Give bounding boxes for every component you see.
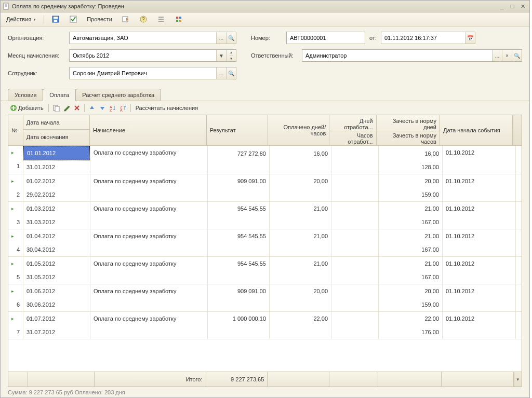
cell-result[interactable]: 1 000 000,10 [208, 312, 269, 325]
cell-norm-hours[interactable]: 128,00 [379, 160, 442, 174]
cell-date-end[interactable]: 31.05.2012 [23, 270, 90, 284]
cell-nach[interactable]: Оплата по среднему заработку [90, 146, 207, 159]
cell-norm-days[interactable]: 22,00 [379, 312, 442, 325]
org-select-button[interactable]: ... [216, 32, 226, 44]
cell-norm-days[interactable]: 20,00 [379, 174, 442, 188]
sort-desc-icon-button[interactable]: ZA [118, 103, 128, 113]
cell-event[interactable]: 01.10.2012 [443, 146, 515, 159]
sort-asc-icon-button[interactable]: AZ [108, 103, 117, 113]
cell-norm-hours[interactable]: 176,00 [379, 325, 442, 339]
resp-select-button[interactable]: ... [492, 50, 502, 61]
num-input[interactable] [287, 32, 365, 44]
resp-clear-button[interactable]: × [502, 50, 512, 61]
cell-paid[interactable]: 21,00 [270, 229, 331, 243]
cell-event[interactable]: 01.10.2012 [443, 174, 515, 188]
cell-paid[interactable]: 20,00 [270, 284, 331, 298]
cell-nach[interactable]: Оплата по среднему заработку [90, 174, 207, 188]
scroll-down-button[interactable]: ▼ [514, 372, 522, 387]
cell-date-end[interactable]: 30.06.2012 [23, 298, 90, 311]
table-row[interactable]: ▸301.03.201231.03.2012Оплата по среднему… [8, 202, 522, 229]
cell-nach[interactable]: Оплата по среднему заработку [90, 229, 207, 243]
cell-result[interactable]: 954 545,55 [208, 202, 269, 215]
calc-button[interactable]: Рассчитать начисления [134, 103, 201, 113]
resp-input[interactable] [302, 50, 492, 61]
month-spinner[interactable]: ▲ ▼ [226, 50, 236, 61]
post-ok-icon-button[interactable] [65, 13, 81, 25]
save-icon-button[interactable] [48, 13, 63, 25]
header-event[interactable]: Дата начала события [440, 115, 513, 145]
cell-norm-days[interactable]: 21,00 [379, 257, 442, 270]
move-down-icon-button[interactable] [98, 103, 107, 113]
header-dates[interactable]: Дата начала Дата окончания [23, 115, 90, 145]
cell-norm-hours[interactable]: 167,00 [379, 243, 442, 256]
cell-date-start[interactable]: 01.07.2012 [23, 312, 90, 325]
emp-input[interactable] [70, 67, 216, 79]
minimize-button[interactable]: _ [497, 2, 507, 10]
cell-norm-days[interactable]: 16,00 [379, 147, 442, 160]
cell-date-start[interactable]: 01.01.2012 [23, 146, 90, 160]
month-input[interactable] [70, 50, 216, 61]
grid-body[interactable]: ▸101.01.201231.01.2012Оплата по среднему… [8, 146, 522, 372]
cell-date-end[interactable]: 29.02.2012 [23, 188, 90, 201]
cell-nach[interactable]: Оплата по среднему заработку [90, 257, 207, 270]
table-row[interactable]: ▸501.05.201231.05.2012Оплата по среднему… [8, 257, 522, 284]
cell-norm-days[interactable]: 20,00 [379, 284, 442, 298]
cell-date-start[interactable]: 01.03.2012 [23, 202, 90, 215]
go-icon-button[interactable] [118, 13, 134, 25]
table-row[interactable]: ▸201.02.201229.02.2012Оплата по среднему… [8, 174, 522, 202]
table-row[interactable]: ▸101.01.201231.01.2012Оплата по среднему… [8, 146, 522, 174]
cell-norm-days[interactable]: 21,00 [379, 202, 442, 215]
add-button[interactable]: Добавить [8, 103, 46, 113]
date-input[interactable] [381, 32, 465, 44]
header-norm[interactable]: Зачесть в норму дней Зачесть в норму час… [377, 115, 440, 145]
list-icon-button[interactable] [153, 13, 169, 25]
cell-date-end[interactable]: 31.03.2012 [23, 215, 90, 229]
cell-norm-hours[interactable]: 167,00 [379, 270, 442, 284]
emp-search-button[interactable]: 🔍 [226, 67, 236, 79]
cell-date-end[interactable]: 31.07.2012 [23, 325, 90, 339]
cell-event[interactable]: 01.10.2012 [443, 312, 515, 325]
cell-result[interactable]: 909 091,00 [208, 284, 269, 298]
cell-paid[interactable]: 21,00 [270, 202, 331, 215]
cell-event[interactable]: 01.10.2012 [443, 202, 515, 215]
cell-date-start[interactable]: 01.05.2012 [23, 257, 90, 270]
table-row[interactable]: ▸401.04.201230.04.2012Оплата по среднему… [8, 229, 522, 257]
cell-norm-hours[interactable]: 167,00 [379, 215, 442, 229]
cell-norm-days[interactable]: 21,00 [379, 229, 442, 243]
resp-search-button[interactable]: 🔍 [512, 50, 522, 61]
header-paid[interactable]: Оплачено дней/часов [268, 115, 329, 145]
cell-date-end[interactable]: 31.01.2012 [23, 160, 90, 174]
cell-result[interactable]: 954 545,55 [208, 229, 269, 243]
help-icon-button[interactable]: ? [136, 13, 151, 25]
cell-paid[interactable]: 20,00 [270, 174, 331, 188]
header-num[interactable]: № [8, 115, 23, 145]
cell-event[interactable]: 01.10.2012 [443, 284, 515, 298]
cell-date-start[interactable]: 01.06.2012 [23, 284, 90, 298]
close-button[interactable]: ✕ [518, 2, 527, 10]
cell-nach[interactable]: Оплата по среднему заработку [90, 202, 207, 215]
table-row[interactable]: ▸701.07.201231.07.2012Оплата по среднему… [8, 312, 522, 339]
cell-nach[interactable]: Оплата по среднему заработку [90, 312, 207, 325]
header-result[interactable]: Результат [207, 115, 268, 145]
debug-icon-button[interactable] [171, 13, 187, 25]
edit-icon-button[interactable] [62, 103, 71, 113]
cell-result[interactable]: 909 091,00 [208, 174, 269, 188]
cell-date-end[interactable]: 30.04.2012 [23, 243, 90, 256]
cell-paid[interactable]: 22,00 [270, 312, 331, 325]
cell-norm-hours[interactable]: 159,00 [379, 188, 442, 201]
header-worked[interactable]: Дней отработа... Часов отработ... [329, 115, 376, 145]
cell-result[interactable]: 727 272,80 [208, 147, 269, 160]
emp-select-button[interactable]: ... [216, 67, 226, 79]
cell-date-start[interactable]: 01.02.2012 [23, 174, 90, 188]
tab-payment[interactable]: Оплата [43, 89, 76, 101]
cell-event[interactable]: 01.10.2012 [443, 229, 515, 243]
delete-icon-button[interactable] [72, 103, 82, 113]
calendar-button[interactable]: 📅 [465, 32, 475, 44]
org-input[interactable] [70, 32, 216, 44]
cell-date-start[interactable]: 01.04.2012 [23, 229, 90, 243]
tab-average-calc[interactable]: Расчет среднего заработка [75, 89, 161, 101]
cell-nach[interactable]: Оплата по среднему заработку [90, 284, 207, 298]
move-up-icon-button[interactable] [87, 103, 97, 113]
cell-norm-hours[interactable]: 159,00 [379, 298, 442, 311]
maximize-button[interactable]: □ [508, 2, 517, 10]
